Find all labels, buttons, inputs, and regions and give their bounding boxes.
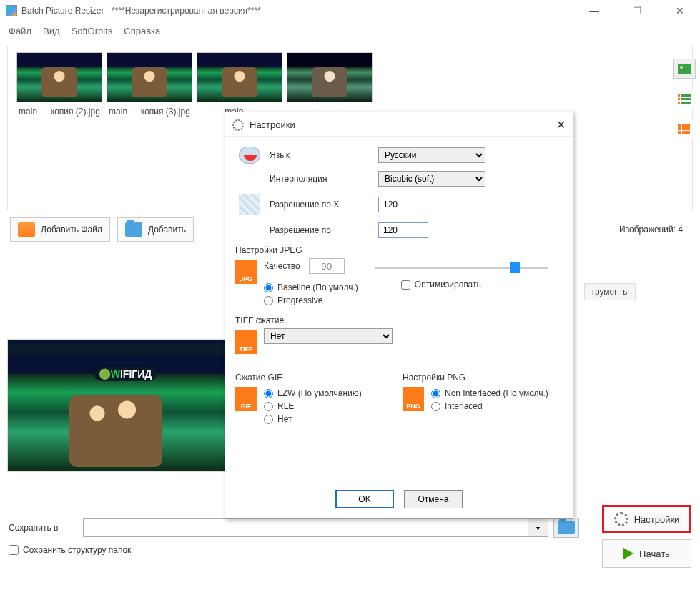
- start-button-label: Начать: [639, 549, 670, 559]
- resolution-x-label: Разрешение по X: [264, 200, 378, 210]
- add-folder-icon: [125, 222, 142, 237]
- preserve-structure-input[interactable]: [9, 545, 19, 555]
- interpolation-label: Интерполяция: [264, 174, 378, 184]
- svg-rect-16: [686, 131, 690, 134]
- thumbnail-image: [107, 52, 192, 102]
- resolution-x-input[interactable]: [378, 197, 428, 212]
- title-bar: Batch Picture Resizer - ****Незарегистри…: [0, 0, 700, 21]
- add-file-icon: [18, 222, 35, 237]
- resolution-y-input[interactable]: [378, 222, 428, 238]
- interpolation-select[interactable]: Bicubic (soft): [378, 171, 485, 187]
- gif-lzw-radio[interactable]: LZW (По умолчанию): [264, 388, 362, 398]
- view-grid-button[interactable]: [673, 119, 696, 139]
- svg-rect-15: [682, 131, 686, 134]
- language-icon: [239, 147, 260, 164]
- png-interlaced-radio[interactable]: Interlaced: [431, 401, 548, 411]
- png-file-icon: PNG: [403, 387, 424, 411]
- svg-rect-10: [686, 124, 690, 127]
- start-button[interactable]: Начать: [602, 539, 691, 568]
- view-list-button[interactable]: [673, 89, 696, 109]
- preserve-structure-checkbox[interactable]: Сохранить структуру папок: [9, 545, 131, 555]
- png-group-title: Настройки PNG: [403, 373, 563, 383]
- tiff-compression-select[interactable]: Нет: [264, 328, 393, 344]
- jpeg-group-title: Настройки JPEG: [235, 245, 563, 255]
- tiff-file-icon: TIFF: [235, 330, 257, 354]
- menu-file[interactable]: Файл: [9, 26, 31, 36]
- svg-rect-0: [678, 64, 691, 74]
- folder-icon: [558, 521, 575, 534]
- dialog-title: Настройки: [250, 119, 295, 130]
- quality-input[interactable]: [309, 258, 345, 274]
- settings-dialog: Настройки ✕ Язык Русский Интерполяция Bi…: [225, 112, 573, 519]
- window-close-button[interactable]: ✕: [666, 5, 694, 16]
- thumbnail-item[interactable]: main — копия (2).jpg: [16, 52, 102, 204]
- svg-rect-7: [681, 102, 691, 104]
- save-to-label: Сохранить в: [9, 523, 77, 533]
- menu-help[interactable]: Справка: [124, 26, 160, 36]
- png-noninterlaced-radio[interactable]: Non Interlaced (По умолч.): [431, 388, 548, 398]
- add-file-button[interactable]: Добавить Файл: [10, 217, 110, 242]
- preview-logo: 🟢WIFIГИД: [94, 367, 157, 381]
- thumbnail-image: [287, 52, 373, 102]
- menu-bar: Файл Вид SoftOrbits Справка: [0, 21, 700, 41]
- slider-thumb-icon[interactable]: [510, 262, 520, 273]
- svg-point-1: [680, 66, 683, 69]
- svg-rect-6: [681, 98, 691, 100]
- svg-rect-8: [678, 124, 681, 127]
- tiff-group-title: TIFF сжатие: [235, 315, 563, 325]
- app-logo-icon: [6, 5, 17, 16]
- window-maximize-button[interactable]: ☐: [623, 5, 651, 16]
- resolution-icon: [239, 194, 260, 215]
- gear-icon: [614, 512, 628, 526]
- gif-rle-radio[interactable]: RLE: [264, 401, 362, 411]
- svg-rect-5: [681, 94, 691, 97]
- gif-file-icon: GIF: [235, 387, 257, 411]
- thumbnail-image: [16, 52, 102, 102]
- save-path-input[interactable]: [83, 518, 548, 537]
- preview-characters-icon: [69, 395, 162, 467]
- svg-rect-14: [678, 131, 681, 134]
- preview-top-banner: [8, 343, 242, 355]
- thumbnail-image: [197, 52, 282, 102]
- add-folder-label: Добавить: [148, 225, 186, 235]
- resolution-y-label: Разрешение по: [264, 225, 378, 235]
- play-icon: [623, 548, 634, 559]
- svg-rect-9: [682, 124, 686, 127]
- svg-rect-13: [686, 127, 690, 130]
- save-row: Сохранить в ▾: [9, 518, 579, 538]
- language-select[interactable]: Русский: [378, 147, 485, 163]
- preview-pane: 🟢WIFIГИД: [7, 339, 243, 472]
- thumbnail-filename: main — копия (3).jpg: [107, 107, 192, 117]
- tab-tools[interactable]: трументы: [584, 283, 636, 300]
- preview-image: 🟢WIFIГИД: [8, 340, 242, 471]
- svg-rect-2: [678, 94, 680, 97]
- gif-group-title: Сжатие GIF: [235, 373, 395, 383]
- jpeg-optimize-checkbox[interactable]: Оптимизировать: [401, 280, 481, 290]
- window-title: Batch Picture Resizer - ****Незарегистри…: [21, 6, 261, 16]
- browse-folder-button[interactable]: [553, 518, 579, 538]
- dialog-cancel-button[interactable]: Отмена: [404, 490, 463, 508]
- svg-rect-4: [678, 102, 680, 104]
- language-label: Язык: [264, 150, 378, 160]
- save-path-dropdown-button[interactable]: ▾: [528, 518, 548, 537]
- svg-rect-11: [678, 127, 681, 130]
- gif-none-radio[interactable]: Нет: [264, 414, 362, 424]
- preserve-structure-label: Сохранить структуру папок: [23, 545, 131, 555]
- menu-softorbits[interactable]: SoftOrbits: [72, 26, 113, 36]
- dialog-close-button[interactable]: ✕: [556, 118, 566, 132]
- jpeg-baseline-radio[interactable]: Baseline (По умолч.): [264, 282, 358, 292]
- gear-icon: [232, 119, 244, 131]
- dialog-ok-button[interactable]: OK: [335, 490, 394, 508]
- svg-rect-3: [678, 98, 680, 100]
- settings-button[interactable]: Настройки: [602, 505, 691, 533]
- window-minimize-button[interactable]: —: [580, 5, 608, 16]
- thumbnail-item[interactable]: main — копия (3).jpg: [107, 52, 192, 204]
- menu-view[interactable]: Вид: [43, 26, 60, 36]
- quality-slider[interactable]: [375, 263, 548, 269]
- thumbnail-filename: main — копия (2).jpg: [16, 107, 102, 117]
- dialog-titlebar: Настройки ✕: [225, 112, 573, 137]
- view-mode-sidebar: [673, 59, 696, 139]
- add-folder-button[interactable]: Добавить: [117, 217, 194, 242]
- jpeg-progressive-radio[interactable]: Progressive: [264, 295, 358, 305]
- view-thumbnails-button[interactable]: [673, 59, 696, 79]
